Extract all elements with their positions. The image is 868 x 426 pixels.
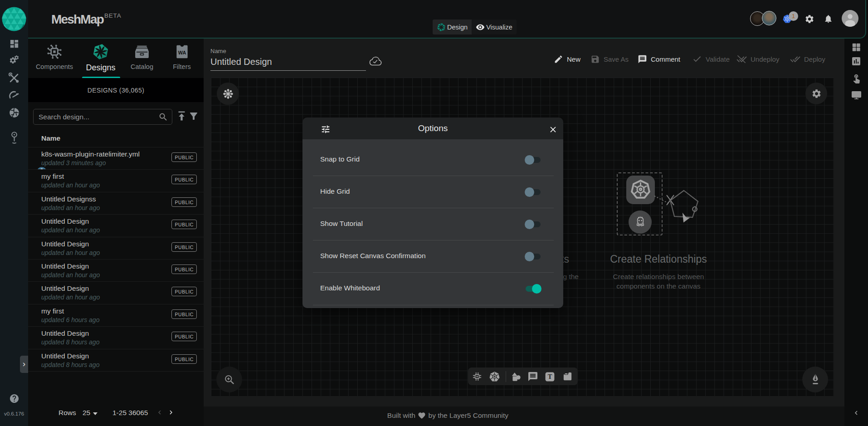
svg-text:T: T: [548, 373, 552, 381]
svg-text:WA: WA: [178, 50, 186, 55]
